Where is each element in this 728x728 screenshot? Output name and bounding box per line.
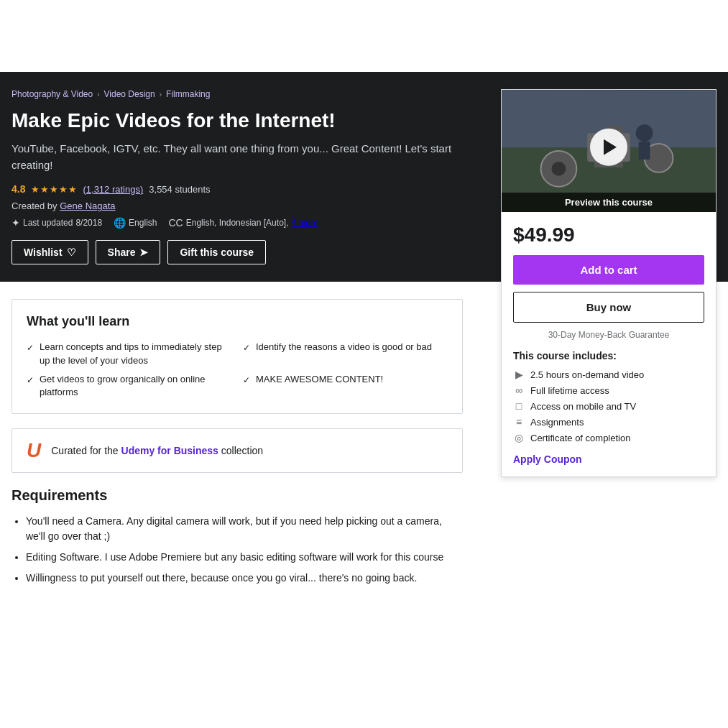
check-icon-2: ✓	[27, 374, 34, 387]
play-button[interactable]	[590, 129, 627, 166]
breadcrumb-video-design[interactable]: Video Design	[104, 89, 155, 99]
hero-section: Photography & Video › Video Design › Fil…	[0, 72, 728, 282]
breadcrumb: Photography & Video › Video Design › Fil…	[11, 89, 471, 99]
req-item-1: Editing Software. I use Adobe Premiere b…	[26, 550, 463, 565]
action-buttons: Wishlist ♡ Share ➤ Gift this course	[11, 240, 471, 264]
video-icon: ▶	[513, 369, 525, 380]
udemy-logo: U	[27, 441, 41, 461]
buy-now-button[interactable]: Buy now	[513, 292, 704, 323]
breadcrumb-sep-2: ›	[160, 91, 162, 98]
certificate-icon: ◎	[513, 432, 525, 443]
captions-value: English, Indonesian [Auto],	[186, 218, 289, 228]
instructor-link[interactable]: Gene Nagata	[60, 201, 115, 211]
gift-label: Gift this course	[180, 246, 254, 258]
includes-mobile-text: Access on mobile and TV	[530, 401, 636, 412]
learn-item-1: ✓ Identify the reasons a video is good o…	[243, 341, 448, 367]
assignments-icon: ≡	[513, 416, 525, 428]
includes-lifetime-text: Full lifetime access	[530, 385, 609, 396]
breadcrumb-filmmaking[interactable]: Filmmaking	[166, 89, 210, 99]
udemy-business-box: U Curated for the Udemy for Business col…	[11, 428, 463, 473]
course-preview[interactable]: Preview this course	[502, 90, 716, 212]
globe-icon: 🌐	[114, 217, 126, 229]
check-icon-1: ✓	[243, 342, 250, 354]
money-back-guarantee: 30-Day Money-Back Guarantee	[513, 330, 704, 340]
star-3: ★	[50, 184, 58, 195]
stars: ★ ★ ★ ★ ★	[31, 184, 77, 195]
language-item: 🌐 English	[114, 217, 157, 229]
svg-point-8	[636, 124, 653, 142]
includes-item-mobile: □ Access on mobile and TV	[513, 400, 704, 412]
learn-text-0: Learn concepts and tips to immediately s…	[40, 341, 231, 367]
learn-title: What you'll learn	[27, 314, 448, 329]
rating-row: 4.8 ★ ★ ★ ★ ★ (1,312 ratings) 3,554 stud…	[11, 183, 471, 195]
share-button[interactable]: Share ➤	[96, 240, 161, 264]
share-label: Share	[108, 246, 136, 258]
includes-assignments-text: Assignments	[530, 417, 584, 428]
svg-rect-9	[639, 142, 650, 160]
meta-row: ✦ Last updated 8/2018 🌐 English CC Engli…	[11, 217, 471, 229]
learn-text-1: Identify the reasons a video is good or …	[256, 341, 432, 354]
star-4: ★	[59, 184, 68, 195]
last-updated-label: Last updated	[23, 218, 73, 228]
share-icon: ➤	[139, 246, 148, 258]
last-updated-item: ✦ Last updated 8/2018	[11, 217, 102, 229]
star-2: ★	[40, 184, 49, 195]
breadcrumb-photography[interactable]: Photography & Video	[11, 89, 93, 99]
learn-item-2: ✓ Get videos to grow organically on onli…	[27, 373, 231, 399]
wishlist-button[interactable]: Wishlist ♡	[11, 240, 88, 264]
includes-title: This course includes:	[513, 350, 704, 361]
learn-item-0: ✓ Learn concepts and tips to immediately…	[27, 341, 231, 367]
learn-text-2: Get videos to grow organically on online…	[40, 373, 231, 399]
udemy-business-text: Curated for the Udemy for Business colle…	[51, 445, 263, 456]
check-icon-0: ✓	[27, 342, 34, 354]
svg-point-3	[552, 162, 566, 176]
apply-coupon-link[interactable]: Apply Coupon	[513, 453, 582, 465]
top-spacer	[0, 0, 728, 72]
add-to-cart-button[interactable]: Add to cart	[513, 255, 704, 285]
language-value: English	[129, 218, 157, 228]
captions-item: CC English, Indonesian [Auto], 4 more	[168, 217, 318, 229]
includes-video-text: 2.5 hours on-demand video	[530, 369, 644, 380]
rating-number: 4.8	[11, 183, 25, 195]
mobile-icon: □	[513, 400, 525, 412]
requirements-title: Requirements	[11, 487, 463, 504]
includes-item-assignments: ≡ Assignments	[513, 416, 704, 428]
requirements-section: Requirements You'll need a Camera. Any d…	[11, 487, 463, 586]
includes-item-lifetime: ∞ Full lifetime access	[513, 384, 704, 396]
student-count: 3,554 students	[149, 184, 210, 195]
req-item-2: Willingness to put yourself out there, b…	[26, 571, 463, 586]
includes-list: ▶ 2.5 hours on-demand video ∞ Full lifet…	[513, 369, 704, 443]
captions-more-link[interactable]: 4 more	[291, 218, 318, 228]
udemy-curated-text: Curated for the	[51, 445, 118, 456]
card-body: $49.99 Add to cart Buy now 30-Day Money-…	[502, 212, 716, 476]
preview-label: Preview this course	[502, 193, 716, 212]
infinity-icon: ∞	[513, 384, 525, 396]
check-icon-3: ✓	[243, 374, 250, 387]
cc-icon: CC	[168, 217, 183, 229]
requirements-list: You'll need a Camera. Any digital camera…	[11, 514, 463, 586]
includes-item-certificate: ◎ Certificate of completion	[513, 432, 704, 443]
req-item-0: You'll need a Camera. Any digital camera…	[26, 514, 463, 544]
learn-item-3: ✓ MAKE AWESOME CONTENT!	[243, 373, 448, 399]
hero-left: Photography & Video › Video Design › Fil…	[11, 89, 486, 264]
course-subtitle: YouTube, Facebook, IGTV, etc. They all w…	[11, 141, 471, 173]
price: $49.99	[513, 224, 704, 246]
rating-count[interactable]: (1,312 ratings)	[83, 184, 143, 195]
sidebar-card: Preview this course $49.99 Add to cart B…	[501, 89, 717, 477]
learn-text-3: MAKE AWESOME CONTENT!	[256, 373, 383, 386]
includes-certificate-text: Certificate of completion	[530, 433, 630, 443]
main-content: What you'll learn ✓ Learn concepts and t…	[0, 282, 474, 617]
heart-icon: ♡	[67, 246, 76, 258]
learn-box: What you'll learn ✓ Learn concepts and t…	[11, 299, 463, 414]
udemy-business-link[interactable]: Udemy for Business	[121, 445, 218, 456]
wishlist-label: Wishlist	[24, 246, 63, 258]
gift-button[interactable]: Gift this course	[167, 240, 266, 264]
created-by: Created by Gene Nagata	[11, 201, 471, 211]
includes-item-video: ▶ 2.5 hours on-demand video	[513, 369, 704, 380]
course-title: Make Epic Videos for the Internet!	[11, 108, 471, 134]
udemy-collection-text: collection	[221, 445, 263, 456]
badge-icon: ✦	[11, 217, 20, 229]
star-5: ★	[68, 184, 77, 195]
last-updated-value: 8/2018	[75, 218, 102, 228]
star-1: ★	[31, 184, 40, 195]
